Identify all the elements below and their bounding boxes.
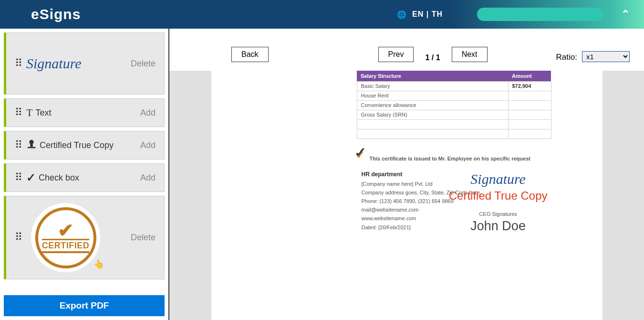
canvas[interactable]: Salary Structure Amount Basic Salary$72,…: [169, 71, 644, 320]
checkbox-tool-label: ✓ Check box: [26, 171, 140, 184]
sidebar-item-certified[interactable]: Certified True Copy Add: [4, 131, 165, 160]
header-search-pill[interactable]: [477, 8, 603, 21]
export-pdf-button[interactable]: Export PDF: [4, 295, 165, 316]
table-row: Basic Salary$72,904: [357, 81, 551, 91]
certified-stamp-preview: ✔ CERTIFIED 👆: [31, 203, 100, 272]
app-logo: eSigns: [31, 6, 81, 22]
stamp-badge-text: CERTIFIED: [42, 239, 90, 253]
ceo-name: John Doe: [449, 219, 548, 234]
sidebar-item-text[interactable]: T Text Add: [4, 98, 165, 127]
drag-grip-icon[interactable]: [15, 62, 22, 65]
language-switch[interactable]: EN | TH: [412, 10, 443, 19]
table-cell-value: $72,904: [508, 81, 551, 91]
salary-table: Salary Structure Amount Basic Salary$72,…: [357, 71, 551, 139]
certificate-line: ✓✓ This certificate is issued to Mr. Emp…: [354, 151, 530, 162]
text-tool-text: Text: [35, 108, 51, 118]
table-row: Gross Salary (SRN): [357, 110, 551, 119]
table-cell-value: [508, 91, 551, 100]
back-button[interactable]: Back: [231, 47, 269, 62]
sidebar-item-stamp[interactable]: ✔ CERTIFIED 👆 Delete: [4, 196, 165, 279]
drag-grip-icon[interactable]: [15, 176, 22, 180]
table-cell-label: House Rent: [357, 91, 508, 100]
check-icon: ✓: [26, 171, 36, 184]
ceo-label: CEO Signatures: [449, 211, 548, 217]
chevron-up-icon[interactable]: ⌃: [621, 8, 630, 21]
ratio-label: Ratio:: [556, 53, 577, 62]
certified-tool-label: Certified True Copy: [26, 139, 140, 152]
table-header-structure: Salary Structure: [357, 71, 508, 81]
table-row: Convenience allowance: [357, 100, 551, 110]
table-row: [357, 119, 551, 129]
table-cell-value: [508, 119, 551, 129]
drag-grip-icon[interactable]: [15, 236, 22, 239]
table-header-amount: Amount: [508, 71, 551, 81]
stamp-icon: [26, 139, 37, 152]
certified-add-button[interactable]: Add: [140, 140, 156, 150]
table-cell-label: Gross Salary (SRN): [357, 110, 508, 119]
tool-sidebar: Signature Delete T Text Add Certified Tr…: [0, 29, 169, 320]
checkbox-add-button[interactable]: Add: [140, 173, 156, 183]
signature-delete-button[interactable]: Delete: [131, 59, 156, 69]
main-area: Back Prev 1 / 1 Next Ratio: x1 Salary St…: [169, 29, 644, 320]
placed-signature[interactable]: Signature: [449, 171, 548, 187]
sidebar-item-signature[interactable]: Signature Delete: [4, 32, 165, 95]
app-header: eSigns 🌐 EN | TH ⌃: [0, 0, 644, 29]
svg-rect-0: [28, 147, 36, 148]
globe-icon: 🌐: [397, 10, 406, 19]
header-right: 🌐 EN | TH ⌃: [397, 8, 630, 21]
sidebar-item-checkbox[interactable]: ✓ Check box Add: [4, 163, 165, 192]
table-cell-value: [508, 110, 551, 119]
certificate-text: This certificate is issued to Mr. Employ…: [370, 156, 530, 162]
table-cell-value: [508, 100, 551, 110]
table-row: [357, 129, 551, 139]
table-cell-label: Basic Salary: [357, 81, 508, 91]
next-button[interactable]: Next: [452, 47, 488, 62]
text-add-button[interactable]: Add: [140, 108, 156, 118]
placed-certified-copy[interactable]: Certified True Copy: [449, 189, 548, 203]
certified-tool-text: Certified True Copy: [40, 140, 114, 150]
table-row: House Rent: [357, 91, 551, 100]
table-cell-label: [357, 119, 508, 129]
document-page[interactable]: Salary Structure Amount Basic Salary$72,…: [211, 71, 602, 320]
svg-point-2: [29, 139, 33, 144]
main-toolbar: Back Prev 1 / 1 Next Ratio: x1: [169, 29, 644, 71]
stamp-check-icon: ✔: [58, 223, 74, 238]
cursor-hand-icon: 👆: [93, 259, 104, 269]
table-cell-label: Convenience allowance: [357, 100, 508, 110]
signature-preview: Signature: [26, 55, 131, 72]
drag-grip-icon[interactable]: [15, 144, 22, 147]
svg-rect-1: [30, 144, 33, 147]
prev-button[interactable]: Prev: [378, 47, 414, 62]
stamp-delete-button[interactable]: Delete: [131, 233, 156, 243]
page-indicator: 1 / 1: [418, 53, 447, 62]
drag-grip-icon[interactable]: [15, 111, 22, 115]
table-cell-label: [357, 129, 508, 139]
placed-checkbox[interactable]: ✓✓: [354, 151, 369, 162]
text-icon: T: [26, 107, 32, 119]
ratio-select[interactable]: x1: [582, 51, 630, 62]
checkbox-tool-text: Check box: [39, 173, 79, 183]
table-cell-value: [508, 129, 551, 139]
signature-block: Signature Certified True Copy CEO Signat…: [449, 171, 548, 234]
text-tool-label: T Text: [26, 107, 140, 119]
